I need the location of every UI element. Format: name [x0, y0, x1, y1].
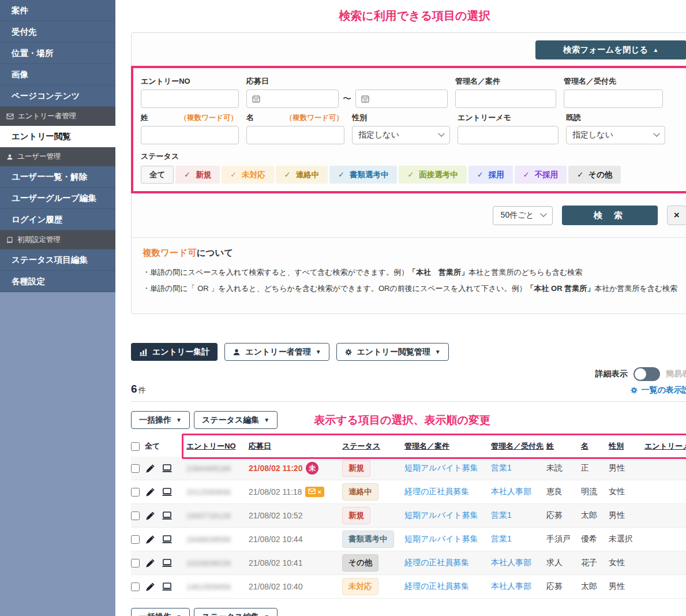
first-name-label: 名 [246, 113, 254, 123]
bulk-operation-dropdown[interactable]: 一括操作 ▼ [131, 411, 190, 429]
pen-icon[interactable] [145, 487, 156, 498]
uketsuke-name-input[interactable] [564, 89, 663, 108]
row-checkbox[interactable] [131, 583, 140, 591]
pen-icon[interactable] [145, 534, 156, 545]
gender-value: 男性 [609, 463, 625, 472]
col-mei[interactable]: 名 [581, 442, 588, 450]
sidebar-item-8[interactable]: ユーザー一覧・解除 [0, 166, 115, 188]
table-row: 201259065621/08/02 11:18×連絡中経理の正社員募集本社人事… [131, 480, 686, 504]
read-status-label: 既読 [566, 113, 581, 123]
chevron-down-icon [438, 130, 444, 137]
status-filter-renraku[interactable]: ✓連絡中 [276, 166, 328, 184]
entry-aggregate-button[interactable]: エントリー集計 [131, 343, 218, 361]
anken-name-input[interactable] [455, 89, 556, 108]
anken-link[interactable]: 短期アルバイト募集 [404, 510, 478, 520]
detail-view-label: 詳細表示 [595, 369, 628, 379]
sidebar-item-6[interactable]: エントリー閲覧 [0, 126, 115, 147]
user-icon [233, 348, 241, 356]
col-anken[interactable]: 管理名／案件 [404, 442, 449, 450]
uketsuke-link[interactable]: 営業1 [491, 534, 512, 543]
status-filter-sonota[interactable]: ✓その他 [568, 166, 621, 184]
sidebar-item-13[interactable]: 各種設定 [0, 271, 115, 292]
uketsuke-link[interactable]: 本社人事部 [491, 487, 531, 496]
clear-search-button[interactable]: × [667, 206, 686, 225]
sidebar-item-12[interactable]: ステータス項目編集 [0, 249, 115, 271]
pen-icon[interactable] [145, 510, 156, 521]
laptop-icon[interactable] [161, 462, 173, 475]
status-filter-saiyou[interactable]: ✓採用 [468, 166, 513, 184]
row-checkbox[interactable] [131, 464, 140, 473]
col-gender[interactable]: 性別 [609, 442, 624, 450]
anken-link[interactable]: 経理の正社員募集 [404, 558, 469, 567]
sidebar-item-1[interactable]: 受付先 [0, 21, 115, 43]
row-checkbox[interactable] [131, 559, 140, 568]
row-checkbox[interactable] [131, 512, 140, 520]
laptop-icon[interactable] [161, 510, 173, 522]
col-status[interactable]: ステータス [342, 442, 380, 450]
gender-select[interactable]: 指定しない [352, 126, 450, 144]
status-filter-fusaiyou[interactable]: ✓不採用 [515, 166, 567, 184]
status-filter-all[interactable]: 全て [141, 166, 174, 184]
anken-link[interactable]: 短期アルバイト募集 [404, 534, 478, 543]
apply-date-from-input[interactable] [246, 89, 339, 108]
bulk-operation-dropdown[interactable]: 一括操作 ▼ [131, 608, 190, 616]
status-edit-dropdown[interactable]: ステータス編集 ▼ [194, 411, 278, 429]
col-entry-no[interactable]: エントリーNO [186, 442, 236, 450]
check-icon: ✓ [230, 170, 237, 179]
main-content: 検索に利用できる項目の選択 検索フォームを閉じる ▲ エントリーNO 応募日 [115, 0, 686, 616]
sidebar-item-3[interactable]: 画像 [0, 64, 115, 85]
apply-date-to-input[interactable] [355, 89, 448, 108]
unread-badge: 未 [306, 462, 318, 475]
status-edit-dropdown[interactable]: ステータス編集 ▼ [194, 608, 278, 616]
pen-icon[interactable] [145, 581, 156, 592]
col-entry-memo[interactable]: エントリーメモ [644, 442, 686, 450]
row-checkbox[interactable] [131, 488, 140, 496]
status-filter-shorui[interactable]: ✓書類選考中 [329, 166, 397, 184]
view-mode-toggle-row: 詳細表示 簡易表示 [131, 367, 686, 381]
first-name-input[interactable] [246, 126, 344, 144]
uketsuke-link[interactable]: 本社人事部 [491, 581, 531, 591]
entry-view-management-dropdown[interactable]: エントリー閲覧管理 ▼ [336, 343, 449, 361]
col-uketsuke[interactable]: 管理名／受付先 [491, 442, 543, 450]
table-row: 146195945621/08/02 10:40未対応経理の正社員募集本社人事部… [131, 575, 686, 599]
sidebar-item-10[interactable]: ログイン履歴 [0, 209, 115, 230]
uketsuke-link[interactable]: 本社人事部 [491, 558, 531, 567]
entrant-management-dropdown[interactable]: エントリー者管理 ▼ [224, 343, 329, 361]
anken-link[interactable]: 経理の正社員募集 [404, 487, 469, 496]
close-search-form-button[interactable]: 検索フォームを閉じる ▲ [535, 40, 686, 59]
pen-icon[interactable] [145, 558, 156, 569]
anken-link[interactable]: 経理の正社員募集 [404, 581, 469, 591]
pen-icon[interactable] [145, 463, 156, 474]
col-apply-date[interactable]: 応募日 [249, 441, 271, 451]
sidebar-item-2[interactable]: 位置・場所 [0, 43, 115, 64]
laptop-icon[interactable] [161, 557, 173, 569]
select-all-checkbox[interactable] [131, 442, 140, 451]
status-filter-mitaiou[interactable]: ✓未対応 [222, 166, 273, 184]
bulk-actions-bottom: 一括操作 ▼ ステータス編集 ▼ [131, 608, 686, 616]
uketsuke-link[interactable]: 営業1 [491, 463, 512, 472]
bar-chart-icon [139, 348, 148, 356]
entry-memo-input[interactable] [458, 126, 558, 144]
search-button[interactable]: 検 索 [562, 206, 658, 225]
row-checkbox[interactable] [131, 535, 140, 544]
gender-value: 未選択 [609, 534, 633, 543]
sidebar-item-4[interactable]: ページコンテンツ [0, 85, 115, 107]
col-sei[interactable]: 姓 [546, 442, 554, 450]
laptop-icon[interactable] [161, 486, 173, 498]
anken-link[interactable]: 短期アルバイト募集 [404, 463, 478, 472]
read-status-select[interactable]: 指定しない [566, 126, 665, 144]
status-filter-shinki[interactable]: ✓新規 [175, 166, 220, 184]
display-settings-link[interactable]: 一覧の表示設定 [630, 385, 686, 395]
per-page-select[interactable]: 50件ごと [493, 206, 553, 225]
last-name-input[interactable] [141, 126, 239, 144]
uketsuke-link[interactable]: 営業1 [491, 510, 512, 520]
laptop-icon[interactable] [161, 533, 173, 546]
entry-no-value: 2012590656 [186, 488, 231, 496]
multi-word-help-section: 複数ワード可について ・単語の間にスペースを入れて検索すると、すべて含む検索がで… [132, 237, 686, 313]
sidebar-item-0[interactable]: 案件 [0, 0, 115, 21]
view-mode-toggle[interactable] [633, 367, 660, 381]
entry-no-input[interactable] [141, 89, 239, 108]
laptop-icon[interactable] [161, 581, 173, 593]
sidebar-item-9[interactable]: ユーザーグループ編集 [0, 188, 115, 209]
status-filter-mensetsu[interactable]: ✓面接選考中 [399, 166, 466, 184]
